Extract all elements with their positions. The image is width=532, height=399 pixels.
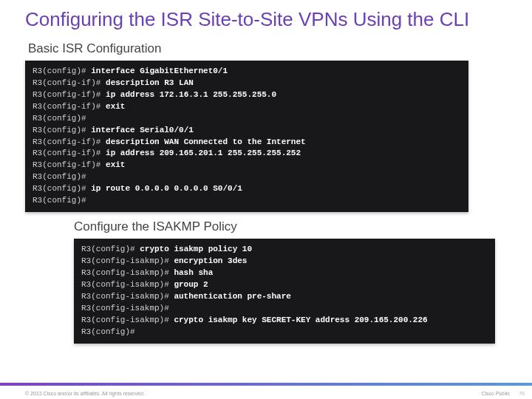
terminal-prompt: R3(config-isakmp)# <box>81 304 169 313</box>
terminal-prompt: R3(config-if)# <box>33 149 106 157</box>
footer-label: Cisco Public <box>481 391 510 396</box>
terminal-command: encryption 3des <box>174 256 247 265</box>
slide: Configuring the ISR Site-to-Site VPNs Us… <box>0 0 532 399</box>
terminal-line: R3(config)# <box>33 113 461 125</box>
terminal-prompt: R3(config-isakmp)# <box>81 280 174 289</box>
terminal-command: hash sha <box>174 268 213 277</box>
slide-title: Configuring the ISR Site-to-Site VPNs Us… <box>0 0 488 35</box>
terminal-prompt: R3(config)# <box>33 66 91 75</box>
terminal-line: R3(config-if)# ip address 172.16.3.1 255… <box>33 89 461 101</box>
terminal-command: exit <box>106 160 125 169</box>
terminal-prompt: R3(config-if)# <box>33 90 106 99</box>
terminal-command: interface GigabitEthernet0/1 <box>91 66 228 75</box>
terminal-line: R3(config-isakmp)# authentication pre-sh… <box>81 291 488 303</box>
terminal-prompt: R3(config)# <box>33 172 86 181</box>
terminal-isakmp-config: R3(config)# crypto isakmp policy 10R3(co… <box>74 239 495 344</box>
terminal-command: group 2 <box>174 280 208 289</box>
terminal-command: description WAN Connected to the Interne… <box>106 137 306 146</box>
terminal-line: R3(config)# interface Serial0/0/1 <box>33 125 461 137</box>
terminal-prompt: R3(config-if)# <box>33 102 106 111</box>
terminal-prompt: R3(config-if)# <box>33 137 106 146</box>
terminal-line: R3(config-if)# description WAN Connected… <box>33 137 461 149</box>
terminal-prompt: R3(config-isakmp)# <box>81 256 174 265</box>
terminal-line: R3(config)# crypto isakmp policy 10 <box>81 244 488 256</box>
terminal-basic-config: R3(config)# interface GigabitEthernet0/1… <box>25 61 468 212</box>
terminal-prompt: R3(config-isakmp)# <box>81 316 174 324</box>
terminal-prompt: R3(config)# <box>81 245 140 253</box>
terminal-line: R3(config-if)# exit <box>33 160 461 171</box>
terminal-prompt: R3(config)# <box>33 126 91 134</box>
terminal-line: R3(config-if)# description R3 LAN <box>33 78 461 89</box>
terminal-line: R3(config-isakmp)# crypto isakmp key SEC… <box>81 315 488 327</box>
terminal-line: R3(config-isakmp)# hash sha <box>81 267 488 279</box>
terminal-command: authentication pre-share <box>174 292 290 301</box>
terminal-command: crypto isakmp key SECRET-KEY address 209… <box>174 316 427 324</box>
terminal-line: R3(config)# interface GigabitEthernet0/1 <box>33 66 461 78</box>
terminal-line: R3(config)# ip route 0.0.0.0 0.0.0.0 S0/… <box>33 183 461 195</box>
terminal-line: R3(config)# <box>81 327 488 338</box>
terminal-command: interface Serial0/0/1 <box>91 126 194 134</box>
terminal-line: R3(config-isakmp)# <box>81 303 488 315</box>
terminal-prompt: R3(config)# <box>81 327 135 336</box>
terminal-line: R3(config-isakmp)# group 2 <box>81 279 488 291</box>
terminal-command: ip address 209.165.201.1 255.255.255.252 <box>106 149 301 157</box>
terminal-prompt: R3(config-isakmp)# <box>81 268 174 277</box>
terminal-line: R3(config-if)# ip address 209.165.201.1 … <box>33 148 461 160</box>
footer-copyright: © 2013 Cisco and/or its affiliates. All … <box>25 391 145 396</box>
section-label-isakmp: Configure the ISAKMP Policy <box>0 212 532 239</box>
terminal-command: crypto isakmp policy 10 <box>140 245 252 253</box>
terminal-line: R3(config-if)# exit <box>33 101 461 113</box>
terminal-command: exit <box>106 102 125 111</box>
terminal-command: description R3 LAN <box>106 78 194 87</box>
page-number: 76 <box>519 391 525 396</box>
terminal-prompt: R3(config-if)# <box>33 160 106 169</box>
terminal-command: ip route 0.0.0.0 0.0.0.0 S0/0/1 <box>91 184 242 193</box>
terminal-prompt: R3(config)# <box>33 114 86 123</box>
footer-accent-bar <box>0 383 532 386</box>
terminal-line: R3(config)# <box>33 195 461 207</box>
terminal-prompt: R3(config-if)# <box>33 78 106 87</box>
terminal-line: R3(config)# <box>33 171 461 183</box>
terminal-prompt: R3(config-isakmp)# <box>81 292 174 301</box>
section-label-basic: Basic ISR Configuration <box>0 35 532 61</box>
terminal-command: ip address 172.16.3.1 255.255.255.0 <box>106 90 276 99</box>
terminal-line: R3(config-isakmp)# encryption 3des <box>81 256 488 267</box>
terminal-prompt: R3(config)# <box>33 196 86 205</box>
terminal-prompt: R3(config)# <box>33 184 91 193</box>
